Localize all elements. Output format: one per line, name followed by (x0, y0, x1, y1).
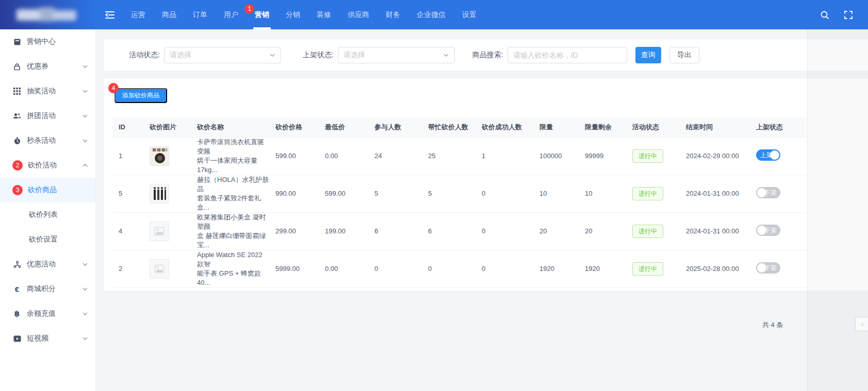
cell-name: 欧莱雅集团小美盒 凝时塑颜盒 赫莲娜白绷带面霜绿宝... (191, 212, 269, 250)
toggle-knob (770, 150, 779, 160)
export-button[interactable]: 导出 (669, 47, 699, 63)
column-header-min-price: 最低价 (319, 117, 368, 137)
bargain-products-table: ID 砍价图片 砍价名称 砍价价格 最低价 参与人数 帮忙砍价人数 砍价成功人数… (112, 117, 807, 288)
activity-status-label: 活动状态: (129, 50, 160, 60)
column-header-name: 砍价名称 (191, 117, 269, 137)
column-header-activity-status: 活动状态 (626, 117, 680, 137)
nav-item-suppliers[interactable]: 供应商 (339, 0, 378, 29)
sidebar-item-short-video[interactable]: 短视频 (0, 326, 95, 351)
nav-item-wecom[interactable]: 企业微信 (408, 0, 454, 29)
shelf-toggle[interactable]: 下架 (756, 225, 780, 236)
cell-id: 5 (112, 175, 143, 212)
active-tab-underline (253, 27, 271, 29)
sidebar-item-balance-recharge[interactable]: ฿ 余额充值 (0, 301, 95, 326)
sidebar: 营销中心 优惠券 抽奖活动 拼团活动 秒杀活动 2 砍价活动 3 (0, 29, 96, 391)
sidebar-item-bargain-list[interactable]: 砍价列表 (0, 202, 95, 227)
column-header-end-time: 结束时间 (680, 117, 750, 137)
cell-remaining: 1920 (579, 250, 626, 287)
cell-success: 1 (476, 137, 533, 175)
logo-area (0, 0, 96, 29)
chevron-down-icon (269, 52, 275, 58)
sidebar-item-coupons[interactable]: 优惠券 (0, 54, 95, 79)
chevron-down-icon (82, 286, 88, 292)
nav-item-settings[interactable]: 设置 (454, 0, 485, 29)
sidebar-item-group-buy[interactable]: 拼团活动 (0, 104, 95, 128)
sidebar-item-label: 砍价列表 (29, 210, 58, 219)
fullscreen-icon[interactable] (843, 10, 854, 20)
pagination-total: 共 4 条 (762, 320, 783, 330)
activity-status-placeholder: 请选择 (170, 50, 191, 60)
cell-limit: 100000 (533, 137, 579, 175)
shelf-status-label: 上架状态: (303, 50, 334, 60)
sidebar-item-label: 砍价活动 (28, 161, 57, 170)
chevron-down-icon (82, 311, 88, 317)
grid-icon (12, 87, 22, 96)
sidebar-item-label: 优惠活动 (27, 260, 56, 269)
lock-icon (12, 62, 22, 71)
sidebar-item-label: 余额充值 (27, 309, 56, 318)
shelf-status-placeholder: 请选择 (343, 50, 365, 60)
users-icon (12, 111, 22, 121)
cell-limit: 1920 (533, 250, 579, 287)
marketing-notification-badge: 1 (244, 4, 254, 14)
cell-id: 4 (112, 212, 143, 250)
cell-name: 赫拉（HOLA）水乳护肤品套装鱼子紧致2件套礼盒... (191, 175, 269, 212)
cell-participants: 5 (368, 175, 422, 212)
pagination-prev-button[interactable]: ‹ (855, 317, 868, 331)
nav-item-distribution[interactable]: 分销 (277, 0, 308, 29)
sidebar-item-bargain-products[interactable]: 3 砍价商品 (0, 178, 95, 202)
nav-item-operations[interactable]: 运营 (123, 0, 154, 29)
column-header-price: 砍价价格 (269, 117, 319, 137)
cell-price: 5999.00 (269, 250, 319, 287)
share-icon (12, 260, 22, 269)
sidebar-item-label: 营销中心 (27, 37, 56, 46)
cell-end-time: 2024-02-29 00:00 (680, 137, 750, 175)
query-button[interactable]: 查询 (635, 47, 661, 63)
sidebar-item-lottery[interactable]: 抽奖活动 (0, 79, 95, 104)
add-button-badge: 4 (108, 83, 119, 93)
cell-min-price: 199.00 (319, 212, 368, 250)
shelf-toggle-label: 下架 (764, 227, 777, 234)
nav-item-orders[interactable]: 订单 (185, 0, 216, 29)
shelf-toggle[interactable]: 下架 (756, 187, 780, 198)
column-header-shelf-status: 上架状态 (750, 117, 807, 137)
cell-success: 0 (476, 175, 533, 212)
sidebar-item-discount-activity[interactable]: 优惠活动 (0, 252, 95, 277)
chevron-down-icon (82, 138, 88, 144)
sidebar-item-flash-sale[interactable]: 秒杀活动 (0, 128, 95, 153)
sidebar-collapse-icon[interactable] (101, 0, 119, 29)
sidebar-item-label: 抽奖活动 (27, 87, 56, 96)
search-icon[interactable] (820, 10, 830, 20)
cell-remaining: 99999 (579, 137, 626, 175)
shelf-toggle[interactable]: 上架 (756, 149, 780, 161)
cell-participants: 0 (368, 250, 422, 287)
shelf-toggle[interactable]: 下架 (756, 262, 780, 274)
sidebar-item-marketing-center[interactable]: 营销中心 (0, 29, 95, 54)
shelf-status-select[interactable]: 请选择 (338, 47, 455, 63)
product-image (150, 184, 169, 203)
cell-price: 990.00 (269, 175, 319, 212)
cell-price: 299.00 (269, 212, 319, 250)
cell-helpers: 6 (422, 212, 476, 250)
nav-item-marketing[interactable]: 营销 1 (247, 0, 277, 29)
sidebar-item-bargain[interactable]: 2 砍价活动 (0, 153, 95, 178)
add-bargain-product-button[interactable]: 添加砍价商品 (114, 88, 167, 103)
activity-status-select[interactable]: 请选择 (164, 47, 281, 63)
sidebar-item-bargain-settings[interactable]: 砍价设置 (0, 227, 95, 252)
nav-item-users[interactable]: 用户 (216, 0, 247, 29)
nav-item-finance[interactable]: 财务 (378, 0, 408, 29)
column-header-remaining: 限量剩余 (579, 117, 626, 137)
status-badge: 进行中 (632, 262, 663, 276)
marketing-center-icon (12, 37, 22, 46)
product-image-placeholder (150, 222, 169, 241)
status-badge: 进行中 (632, 149, 663, 163)
cell-end-time: 2025-02-28 00:00 (680, 250, 750, 287)
nav-item-products[interactable]: 商品 (154, 0, 185, 29)
sidebar-item-mall-points[interactable]: € 商城积分 (0, 277, 95, 301)
product-search-input[interactable] (507, 47, 627, 63)
euro-icon: € (12, 284, 22, 294)
cell-min-price: 599.00 (319, 175, 368, 212)
cell-remaining: 10 (579, 175, 626, 212)
nav-item-decoration[interactable]: 装修 (308, 0, 339, 29)
cell-name: 卡萨帝滚筒洗衣机直驱变频烘干一体家用大容量17kg... (191, 137, 269, 175)
